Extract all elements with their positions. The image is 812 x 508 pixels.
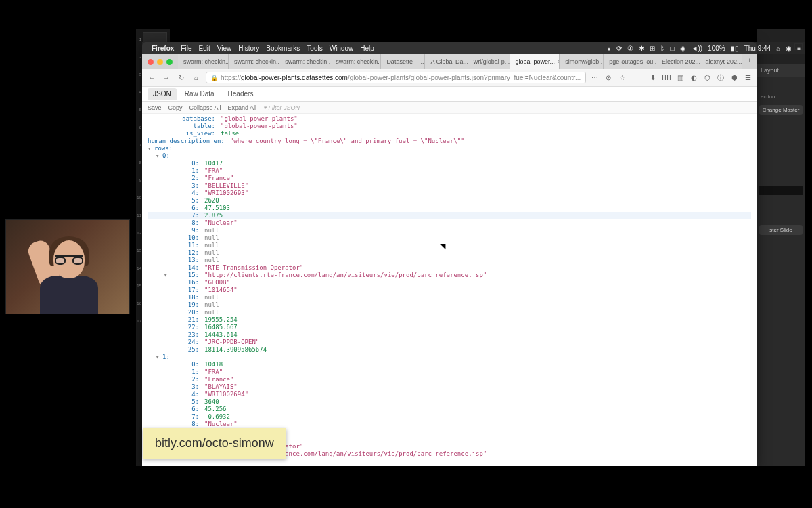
sync-icon[interactable]: ⟳ bbox=[616, 45, 622, 52]
search-icon[interactable]: ⌕ bbox=[776, 45, 780, 52]
menu-view[interactable]: View bbox=[217, 45, 232, 52]
json-viewer-actions: Save Copy Collapse All Expand All ▾ Filt… bbox=[142, 102, 757, 114]
browser-tab-active[interactable]: global-power...× bbox=[510, 54, 560, 69]
browser-tab[interactable]: simonw/glob... bbox=[560, 54, 604, 69]
browser-tab[interactable]: swarm: checkin... bbox=[330, 54, 381, 69]
downloads-icon[interactable]: ⬇ bbox=[648, 74, 658, 81]
back-button[interactable]: ← bbox=[146, 74, 157, 81]
address-bar[interactable]: 🔒 https://global-power-plants.datasettes… bbox=[206, 72, 586, 83]
raw-data-tab[interactable]: Raw Data bbox=[179, 88, 220, 100]
expand-all-action[interactable]: Expand All bbox=[228, 104, 257, 111]
bluetooth-icon[interactable]: ᛒ bbox=[660, 45, 664, 52]
browser-tab-bar: swarm: checkin... swarm: checkin... swar… bbox=[142, 54, 757, 69]
library-icon[interactable]: ⅢⅢ bbox=[662, 74, 671, 81]
close-window-icon[interactable] bbox=[148, 59, 154, 65]
app-name[interactable]: Firefox bbox=[152, 45, 174, 52]
evernote-icon[interactable]: ✱ bbox=[639, 45, 644, 52]
extension-icon[interactable]: ⓘ bbox=[716, 73, 725, 83]
browser-tab[interactable]: wri/global-p... bbox=[468, 54, 510, 69]
browser-tab[interactable]: Election 202... bbox=[656, 54, 700, 69]
menu-icon[interactable]: ☰ bbox=[743, 74, 752, 81]
forward-button[interactable]: → bbox=[161, 74, 172, 81]
window-controls bbox=[142, 54, 178, 69]
copy-action[interactable]: Copy bbox=[168, 104, 183, 111]
wifi-icon[interactable]: ◉ bbox=[680, 45, 686, 52]
filter-json-input[interactable]: ▾ Filter JSON bbox=[263, 104, 300, 111]
siri-icon[interactable]: ◉ bbox=[786, 45, 792, 52]
firefox-window: swarm: checkin... swarm: checkin... swar… bbox=[142, 42, 757, 466]
lock-icon: 🔒 bbox=[210, 75, 218, 81]
volume-icon[interactable]: ◄)) bbox=[692, 45, 703, 52]
browser-tab[interactable]: swarm: checkin... bbox=[279, 54, 330, 69]
presenter-silhouette bbox=[33, 234, 101, 314]
json-viewer-tabs: JSON Raw Data Headers bbox=[142, 87, 757, 102]
shield-icon[interactable]: ⊘ bbox=[604, 74, 613, 81]
menu-tools[interactable]: Tools bbox=[307, 45, 322, 52]
bookmark-star-icon[interactable]: ☆ bbox=[617, 74, 627, 81]
change-master-button[interactable]: Change Master bbox=[759, 105, 803, 115]
mouse-cursor-icon: ◥ bbox=[440, 242, 445, 251]
json-tab[interactable]: JSON bbox=[148, 88, 177, 100]
dropbox-icon[interactable]: ⬧ bbox=[607, 45, 611, 52]
menu-history[interactable]: History bbox=[238, 45, 259, 52]
menu-help[interactable]: Help bbox=[360, 45, 374, 52]
macos-menubar: Firefox File Edit View History Bookmarks… bbox=[142, 42, 805, 54]
save-action[interactable]: Save bbox=[148, 104, 162, 111]
menu-file[interactable]: File bbox=[181, 45, 191, 52]
bitly-link-overlay: bitly.com/octo-simonw bbox=[143, 428, 286, 459]
sidebar-icon[interactable]: ▥ bbox=[675, 74, 685, 81]
presenter-webcam bbox=[5, 219, 130, 314]
pocket-icon[interactable]: ⬢ bbox=[729, 74, 739, 81]
extension-icon[interactable]: ◐ bbox=[689, 74, 698, 81]
clock-icon[interactable]: ① bbox=[627, 45, 633, 52]
home-button[interactable]: ⌂ bbox=[191, 74, 202, 81]
grid-icon[interactable]: ⊞ bbox=[650, 45, 655, 52]
browser-tab[interactable]: swarm: checkin... bbox=[178, 54, 229, 69]
inspector-tab-layout[interactable]: Layout bbox=[757, 64, 805, 77]
menu-edit[interactable]: Edit bbox=[198, 45, 210, 52]
clock-text[interactable]: Thu 9:44 bbox=[744, 45, 771, 52]
new-tab-button[interactable]: + bbox=[742, 54, 757, 69]
menu-window[interactable]: Window bbox=[330, 45, 354, 52]
menu-bookmarks[interactable]: Bookmarks bbox=[266, 45, 300, 52]
browser-tab[interactable]: alexnyt-202... bbox=[700, 54, 742, 69]
battery-icon[interactable]: ▮▯ bbox=[731, 45, 739, 52]
keynote-inspector-panel: + Layout ection Change Master ster Slide bbox=[757, 29, 805, 466]
collapse-all-action[interactable]: Collapse All bbox=[189, 104, 221, 111]
app-icon[interactable]: □ bbox=[670, 45, 674, 52]
json-tree-view[interactable]: database:"global-power-plants"table:"glo… bbox=[142, 114, 757, 466]
browser-tab[interactable]: swarm: checkin... bbox=[229, 54, 279, 69]
browser-tab[interactable]: A Global Da... bbox=[425, 54, 468, 69]
battery-percent[interactable]: 100% bbox=[708, 45, 725, 52]
headers-tab[interactable]: Headers bbox=[223, 88, 259, 100]
browser-tab[interactable]: pge-outages: ou... bbox=[604, 54, 656, 69]
extension-icon[interactable]: ⬡ bbox=[702, 74, 712, 81]
page-actions-icon[interactable]: ⋯ bbox=[590, 74, 600, 81]
master-slide-button[interactable]: ster Slide bbox=[759, 225, 803, 235]
browser-tab[interactable]: Datasette —... bbox=[381, 54, 425, 69]
inspector-section-label: ection bbox=[757, 91, 805, 102]
maximize-window-icon[interactable] bbox=[166, 59, 173, 65]
reload-button[interactable]: ↻ bbox=[176, 74, 187, 81]
minimize-window-icon[interactable] bbox=[157, 59, 163, 65]
browser-toolbar: ← → ↻ ⌂ 🔒 https://global-power-plants.da… bbox=[142, 69, 757, 87]
list-icon[interactable]: ≡ bbox=[797, 45, 801, 52]
